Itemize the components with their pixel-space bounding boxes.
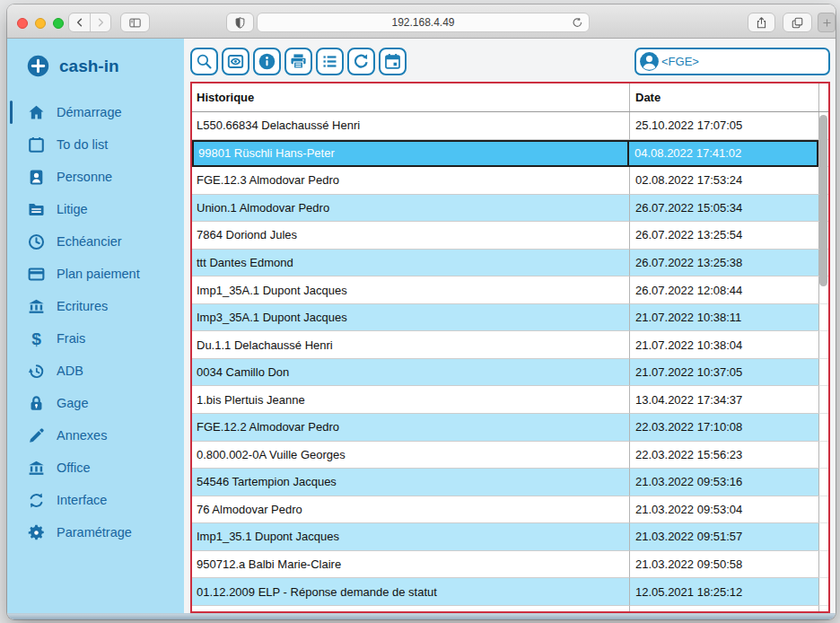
card-icon: [27, 265, 46, 284]
close-button[interactable]: [17, 18, 28, 29]
forward-button[interactable]: [90, 13, 110, 31]
sidebar-item-personne[interactable]: Personne: [7, 161, 184, 193]
history-nav: [68, 13, 111, 32]
table-row[interactable]: 0034 Camillo Don 21.07.2022 10:37:05: [192, 359, 828, 387]
folder-lines-icon: [27, 200, 46, 219]
toolbar-info-button[interactable]: [253, 48, 281, 75]
history-table: Historique Date L550.66834 Delachaussé H…: [190, 82, 830, 613]
date-cell: 21.03.2022 09:53:04: [629, 496, 818, 524]
sidebar-item-annexes[interactable]: Annexes: [7, 419, 184, 452]
table-row[interactable]: 7864 Doriond Jules 26.07.2022 13:25:54: [192, 222, 828, 250]
table-row[interactable]: Imp1_35.1 Dupont Jacques 21.03.2022 09:5…: [192, 523, 828, 551]
scrollbar-spacer: [818, 469, 828, 496]
toolbar-calendar-button[interactable]: [379, 48, 407, 75]
sidebar-item-gage[interactable]: Gage: [7, 387, 184, 419]
table-row[interactable]: ttt Dantes Edmond 26.07.2022 13:25:38: [192, 250, 828, 277]
user-badge[interactable]: <FGE>: [634, 48, 830, 75]
table-row[interactable]: FGE.12.3 Almodovar Pedro 02.08.2022 17:5…: [192, 167, 828, 195]
table-row[interactable]: 950712.a Balbi Marie-Claire 21.03.2022 0…: [192, 551, 828, 579]
date-cell: 21.03.2022 09:53:16: [629, 469, 818, 496]
table-row[interactable]: Imp3_35A.1 Dupont Jacques 21.07.2022 10:…: [192, 304, 828, 332]
scrollbar-spacer: [818, 496, 828, 524]
table-row[interactable]: 99801 Rüschli Hans-Peter 04.08.2022 17:4…: [192, 140, 828, 168]
date-cell: 26.07.2022 12:08:44: [629, 276, 818, 304]
table-row[interactable]: 01.12.2009 ELP - Réponse demande de stat…: [192, 578, 828, 606]
historique-cell: 7864 Doriond Jules: [192, 222, 629, 250]
sidebar-item-label: Plan paiement: [57, 267, 140, 281]
sidebar-item-demarrage[interactable]: Démarrage: [7, 96, 184, 128]
toolbar-refresh-button[interactable]: [347, 48, 375, 75]
calendar-filled-icon: [383, 52, 402, 71]
historique-cell: Union.1 Almodovar Pedro: [192, 195, 629, 223]
sidebar-item-adb[interactable]: ADB: [7, 355, 184, 387]
sidebar-item-interface[interactable]: Interface: [7, 484, 184, 516]
date-cell: 22.03.2022 17:10:08: [629, 414, 818, 442]
user-badge-label: <FGE>: [661, 55, 699, 68]
toolbar-print-button[interactable]: [284, 48, 312, 75]
traffic-lights: [17, 18, 64, 29]
date-cell: 13.04.2022 17:34:37: [629, 386, 818, 414]
scrollbar-spacer: [818, 386, 828, 414]
address-bar[interactable]: 192.168.4.49: [257, 13, 590, 32]
user-icon: [638, 50, 661, 73]
column-header-date[interactable]: Date: [629, 83, 818, 111]
browser-window: 192.168.4.49 cash-in Démarrage To do lis…: [7, 4, 836, 619]
date-cell: [629, 606, 818, 613]
privacy-shield-button[interactable]: [226, 13, 254, 32]
sidebar-item-echeancier[interactable]: Echéancier: [7, 225, 184, 258]
back-button[interactable]: [69, 13, 90, 31]
sidebar-toggle-button[interactable]: [120, 13, 150, 32]
toolbar-view-button[interactable]: [222, 48, 249, 75]
share-icon: [755, 16, 768, 30]
share-button[interactable]: [748, 13, 775, 32]
tab-overview-button[interactable]: [783, 13, 812, 32]
table-row[interactable]: L550.66834 Delachaussé Henri 25.10.2022 …: [192, 112, 828, 140]
historique-cell: Imp1_35.1 Dupont Jacques: [192, 523, 629, 551]
bank-icon: [27, 459, 46, 478]
date-cell: 21.07.2022 10:37:05: [629, 359, 818, 387]
sidebar-item-ecritures[interactable]: Ecritures: [7, 290, 184, 322]
url-text: 192.168.4.49: [391, 16, 454, 29]
table-row[interactable]: FGE.12.2 Almodovar Pedro 22.03.2022 17:1…: [192, 414, 828, 442]
sidebar: cash-in Démarrage To do list Personne Li…: [7, 39, 184, 613]
table-row[interactable]: Union.1 Almodovar Pedro 26.07.2022 15:05…: [192, 195, 828, 223]
shield-icon: [233, 16, 247, 30]
scrollbar-spacer: [818, 578, 828, 606]
sidebar-item-frais[interactable]: Frais: [7, 322, 184, 355]
sidebar-item-plan-paiement[interactable]: Plan paiement: [7, 258, 184, 290]
table-row[interactable]: 76 Almodovar Pedro 21.03.2022 09:53:04: [192, 496, 828, 524]
vertical-scrollbar[interactable]: [819, 115, 827, 286]
sidebar-item-office[interactable]: Office: [7, 452, 184, 484]
toolbar-search-button[interactable]: [190, 48, 218, 75]
minimize-button[interactable]: [35, 18, 46, 29]
scrollbar-spacer: [818, 442, 828, 469]
sidebar-item-parametrage[interactable]: Paramétrage: [7, 516, 184, 548]
scrollbar-spacer: [818, 606, 828, 613]
table-row[interactable]: 0.800.002-0A Vuille Georges 22.03.2022 1…: [192, 442, 828, 469]
brand-label: cash-in: [59, 57, 119, 76]
table-row[interactable]: 1.bis Plertuis Jeanne 13.04.2022 17:34:3…: [192, 386, 828, 414]
zoom-button[interactable]: [53, 18, 64, 29]
historique-cell: 99801 Rüschli Hans-Peter: [192, 140, 629, 168]
sidebar-item-litige[interactable]: Litige: [7, 193, 184, 225]
sidebar-item-to-do-list[interactable]: To do list: [7, 128, 184, 161]
reload-button[interactable]: [571, 16, 584, 30]
table-row[interactable]: Imp1_35A.1 Dupont Jacques 26.07.2022 12:…: [192, 276, 828, 304]
home-icon: [27, 103, 46, 122]
table-row[interactable]: 54546 Tartempion Jacques 21.03.2022 09:5…: [192, 469, 828, 496]
sidebar-item-label: Litige: [57, 202, 88, 216]
app-body: cash-in Démarrage To do list Personne Li…: [7, 39, 836, 613]
date-cell: 21.07.2022 10:38:11: [629, 304, 818, 332]
history-icon: [27, 362, 46, 381]
historique-cell: 0034 Camillo Don: [192, 359, 629, 387]
column-header-historique[interactable]: Historique: [192, 83, 629, 111]
sidebar-item-label: Annexes: [57, 428, 107, 443]
sidebar-item-label: Gage: [57, 396, 88, 410]
date-cell: 04.08.2022 17:41:02: [629, 140, 818, 168]
new-tab-button[interactable]: [818, 13, 836, 32]
toolbar: <FGE>: [184, 39, 836, 82]
toolbar-list-button[interactable]: [316, 48, 344, 75]
gear-icon: [27, 523, 46, 542]
table-row[interactable]: Du.1.1 Delachaussé Henri 21.07.2022 10:3…: [192, 331, 828, 359]
date-cell: 22.03.2022 15:56:23: [629, 442, 818, 469]
